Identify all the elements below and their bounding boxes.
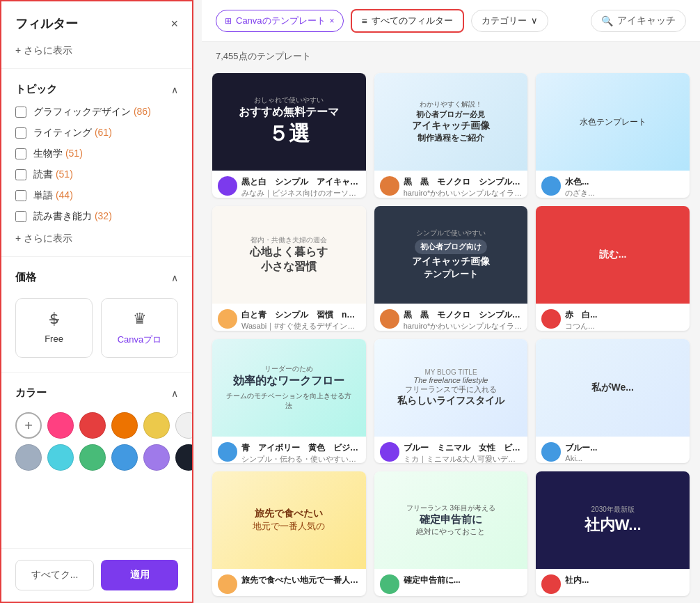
template-card-7[interactable]: MY BLOG TITLE The freelance lifestyle フリ… — [374, 339, 528, 464]
color-grid: + — [1, 405, 192, 478]
template-title-6: 青 アイボリー 黄色 ビジネス... — [241, 442, 360, 454]
template-title-9: 旅先で食べたい地元で一番人気の... — [241, 574, 360, 586]
add-color-button[interactable]: + — [15, 412, 42, 439]
topic-checkbox-2[interactable] — [15, 148, 26, 159]
topics-chevron-icon[interactable]: ∧ — [171, 84, 178, 95]
price-free-card[interactable]: $̶ Free — [15, 298, 93, 358]
template-meta-3: 白と青 シンプル 習慣 note記... Wasabi｜#すぐ使えるデザイン｜#… — [241, 309, 360, 331]
topic-label-0: グラフィックデザイン (86) — [33, 106, 151, 118]
price-chevron-icon[interactable]: ∧ — [171, 272, 178, 283]
filter-header: フィルター × — [1, 1, 192, 39]
avatar-4 — [380, 309, 399, 329]
filter-title: フィルター — [15, 15, 78, 32]
color-white[interactable] — [175, 412, 193, 439]
template-card-8[interactable]: 私がWe... ブルー... Aki... — [536, 339, 690, 464]
topic-item-4[interactable]: 単語 (44) — [1, 185, 192, 206]
color-red[interactable] — [79, 412, 106, 439]
template-title-10: 確定申告前に... — [404, 574, 523, 586]
category-label: カテゴリー — [482, 15, 527, 27]
template-card-10[interactable]: フリーランス 3年目が考える 確定申告前に 絶対にやっておこと 確定申告前に..… — [374, 471, 528, 596]
color-green[interactable] — [79, 444, 106, 471]
topic-item-2[interactable]: 生物学 (51) — [1, 143, 192, 164]
color-section-header: カラー ∧ — [1, 378, 192, 405]
template-image-11: 2030年最新版 社内W... — [536, 471, 690, 569]
color-teal[interactable] — [47, 444, 74, 471]
topic-item-0[interactable]: グラフィックデザイン (86) — [1, 102, 192, 123]
price-title: 価格 — [15, 271, 36, 284]
clear-all-button[interactable]: すべてク... — [15, 560, 94, 590]
topic-checkbox-5[interactable] — [15, 211, 26, 222]
template-info-1: 黒 黒 モノクロ シンプル 初心者... haruiro*かわいいシンプルなイラ… — [374, 171, 528, 198]
topic-checkbox-1[interactable] — [15, 127, 26, 139]
divider-1 — [1, 68, 192, 69]
template-meta-6: 青 アイボリー 黄色 ビジネス... シンプル・伝わる・使いやすいデザイン — [241, 442, 360, 464]
template-image-2: 水色テンプレート — [536, 73, 690, 171]
color-yellow[interactable] — [143, 412, 170, 439]
template-image-9: 旅先で食べたい 地元で一番人気の — [212, 471, 366, 569]
template-info-8: ブルー... Aki... — [536, 437, 690, 464]
template-title-4: 黒 黒 モノクロ シンプル 初心者... — [404, 309, 523, 321]
template-card-6[interactable]: リーダーのため 効率的なワークフロー チームのモチベーションを向上きせる方法 青… — [212, 339, 366, 464]
color-black[interactable] — [175, 444, 193, 471]
template-info-10: 確定申告前に... — [374, 569, 528, 596]
color-blue[interactable] — [111, 444, 138, 471]
template-card-11[interactable]: 2030年最新版 社内W... 社内... — [536, 471, 690, 596]
template-title-1: 黒 黒 モノクロ シンプル 初心者... — [404, 176, 523, 188]
pro-price-icon: ♛ — [133, 310, 147, 328]
price-section-header: 価格 ∧ — [1, 263, 192, 290]
all-filters-button[interactable]: ≡ すべてのフィルター — [351, 9, 464, 33]
price-pro-card[interactable]: ♛ Canvaプロ — [101, 298, 178, 358]
close-filter-icon[interactable]: × — [170, 17, 178, 31]
divider-2 — [1, 256, 192, 257]
apply-button[interactable]: 適用 — [101, 560, 178, 590]
template-info-5: 赤 白... コつん... — [536, 304, 690, 331]
show-more-1[interactable]: + さらに表示 — [1, 39, 192, 63]
template-meta-1: 黒 黒 モノクロ シンプル 初心者... haruiro*かわいいシンプルなイラ… — [404, 176, 523, 198]
topic-label-3: 読書 (51) — [33, 169, 73, 181]
topic-checkbox-3[interactable] — [15, 169, 26, 180]
show-more-2[interactable]: + さらに表示 — [1, 227, 192, 251]
template-count: 7,455点のテンプレート — [216, 50, 311, 63]
search-bar: 🔍 アイキャッチ — [591, 10, 686, 32]
avatar-5 — [541, 309, 561, 329]
topic-checkbox-0[interactable] — [15, 107, 26, 118]
template-image-1: わかりやすく解説！ 初心者ブロガー必見 アイキャッチ画像 制作過程をご紹介 — [374, 73, 528, 171]
topic-item-3[interactable]: 読書 (51) — [1, 164, 192, 185]
color-orange[interactable] — [111, 412, 138, 439]
color-purple[interactable] — [143, 444, 170, 471]
avatar-2 — [541, 176, 561, 196]
avatar-10 — [380, 574, 399, 594]
template-card-4[interactable]: シンプルで使いやすい 初心者ブログ向け アイキャッチ画像 テンプレート 黒 黒 … — [374, 206, 528, 331]
template-info-7: ブルー ミニマル 女性 ビジネ... ミカ｜ミニマル&大人可愛いデザインに... — [374, 437, 528, 464]
template-card-9[interactable]: 旅先で食べたい 地元で一番人気の 旅先で食べたい地元で一番人気の... — [212, 471, 366, 596]
template-title-5: 赤 白... — [565, 309, 684, 321]
template-author-8: Aki... — [565, 454, 684, 462]
template-image-8: 私がWe... — [536, 339, 690, 437]
chip-close-button[interactable]: × — [330, 16, 335, 26]
template-info-9: 旅先で食べたい地元で一番人気の... — [212, 569, 366, 596]
template-meta-11: 社内... — [565, 574, 684, 586]
template-image-0: おしゃれで使いやすい おすすめ無料テーマ ５選 — [212, 73, 366, 171]
search-icon: 🔍 — [601, 15, 613, 26]
template-card-1[interactable]: わかりやすく解説！ 初心者ブロガー必見 アイキャッチ画像 制作過程をご紹介 黒 … — [374, 73, 528, 198]
topic-item-5[interactable]: 読み書き能力 (32) — [1, 206, 192, 227]
avatar-0 — [218, 176, 237, 196]
canva-template-chip[interactable]: ⊞ Canvaのテンプレート × — [216, 10, 344, 32]
color-light-gray[interactable] — [15, 444, 42, 471]
template-card-2[interactable]: 水色テンプレート 水色... のざき... — [536, 73, 690, 198]
template-card-3[interactable]: 都内・共働き夫婦の週会 心地よく暮らす 小さな習慣 白と青 シンプル 習慣 no… — [212, 206, 366, 331]
template-card-5[interactable]: 読む... 赤 白... コつん... — [536, 206, 690, 331]
topic-checkbox-4[interactable] — [15, 190, 26, 201]
topic-item-1[interactable]: ライティング (61) — [1, 123, 192, 143]
avatar-3 — [218, 309, 237, 329]
template-grid: おしゃれで使いやすい おすすめ無料テーマ ５選 黒と白 シンプル アイキャッチ.… — [202, 66, 700, 603]
template-meta-2: 水色... のざき... — [565, 176, 684, 198]
template-info-2: 水色... のざき... — [536, 171, 690, 198]
avatar-11 — [541, 574, 561, 594]
template-meta-0: 黒と白 シンプル アイキャッチ... みなみ｜ビジネス向けのオーソドックス... — [241, 176, 360, 198]
category-button[interactable]: カテゴリー ∨ — [471, 10, 548, 32]
avatar-9 — [218, 574, 237, 594]
color-pink[interactable] — [47, 412, 74, 439]
template-card-0[interactable]: おしゃれで使いやすい おすすめ無料テーマ ５選 黒と白 シンプル アイキャッチ.… — [212, 73, 366, 198]
color-chevron-icon[interactable]: ∧ — [171, 388, 178, 399]
